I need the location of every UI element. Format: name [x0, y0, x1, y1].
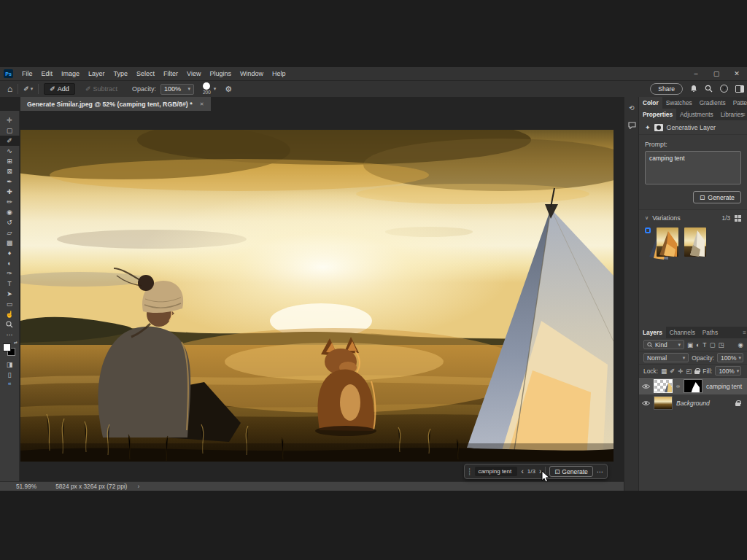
opacity-dropdown[interactable]: 100% ▾	[160, 84, 194, 95]
maximize-button[interactable]: ▢	[706, 70, 727, 77]
tab-channels[interactable]: Channels	[666, 327, 699, 338]
blend-mode-dropdown[interactable]: Normal ▾	[643, 353, 689, 362]
tab-paths[interactable]: Paths	[699, 327, 721, 338]
layer-row-camping-tent[interactable]: ∞ camping tent	[639, 378, 747, 394]
panel-menu-icon[interactable]: ≡	[742, 112, 746, 118]
lock-position-icon[interactable]: ✛	[678, 368, 683, 375]
layer-mask-thumbnail[interactable]	[684, 379, 703, 393]
history-panel-icon[interactable]: ⟲	[624, 101, 639, 114]
brush-size-picker[interactable]: 200	[203, 82, 211, 96]
eyedropper-tool[interactable]: ✒	[0, 176, 20, 187]
search-icon[interactable]	[705, 85, 713, 93]
gear-icon[interactable]: ⚙	[225, 85, 232, 94]
mask-link-icon[interactable]: ∞	[676, 384, 680, 389]
menu-plugins[interactable]: Plugins	[205, 67, 236, 80]
tab-layers[interactable]: Layers	[639, 327, 666, 338]
filter-group-icon[interactable]: ▢	[709, 341, 715, 349]
crop-tool[interactable]: ⊞	[0, 156, 20, 166]
move-tool[interactable]: ✛	[0, 115, 20, 125]
filter-type-icon[interactable]: T	[703, 341, 706, 349]
zoom-level-field[interactable]: 51.99%	[16, 483, 36, 490]
menu-filter[interactable]: Filter	[159, 67, 182, 80]
color-swatches[interactable]: ⇄	[3, 343, 16, 357]
canvas-photo[interactable]	[20, 130, 614, 462]
tab-adjustments[interactable]: Adjustments	[676, 109, 717, 120]
taskbar-generate-button[interactable]: ⊡ Generate	[549, 466, 593, 477]
visibility-eye-icon[interactable]	[642, 384, 650, 389]
filter-toggle-icon[interactable]: ◉	[738, 341, 743, 349]
eraser-tool[interactable]: ▱	[0, 228, 20, 238]
layer-filter-dropdown[interactable]: Kind ▾	[643, 340, 684, 349]
tab-color[interactable]: Color	[639, 97, 662, 109]
filter-smart-object-icon[interactable]: ◳	[718, 341, 724, 349]
type-tool[interactable]: T	[0, 279, 20, 289]
status-chevron-icon[interactable]: ›	[137, 483, 139, 490]
layer-name[interactable]: camping tent	[706, 383, 742, 390]
variation-thumb-2[interactable]	[657, 228, 678, 257]
notifications-bell-icon[interactable]	[690, 85, 697, 93]
visibility-eye-icon[interactable]	[642, 400, 650, 406]
previous-variation-button[interactable]: ‹	[521, 468, 523, 475]
drag-handle-icon[interactable]: ┆	[468, 468, 471, 475]
comments-panel-icon[interactable]	[624, 119, 639, 132]
menu-image[interactable]: Image	[57, 67, 84, 80]
variation-thumb-selected[interactable]	[645, 228, 651, 233]
menu-layer[interactable]: Layer	[84, 67, 109, 80]
tab-gradients[interactable]: Gradients	[696, 97, 729, 109]
tool-preset-picker[interactable]: ✐ ▾	[23, 85, 33, 93]
prompt-input[interactable]: camping tent	[645, 151, 741, 184]
minimize-button[interactable]: –	[686, 70, 706, 77]
tab-swatches[interactable]: Swatches	[662, 97, 696, 109]
panel-menu-icon[interactable]: ≡	[742, 100, 746, 106]
more-options-icon[interactable]: ⋯	[597, 468, 604, 475]
lock-artboard-icon[interactable]: ◰	[686, 368, 692, 375]
menu-type[interactable]: Type	[109, 67, 133, 80]
lock-paint-icon[interactable]: ✐	[670, 368, 675, 375]
lock-transparent-icon[interactable]: ▦	[661, 368, 667, 375]
frame-tool[interactable]: ⊠	[0, 166, 20, 176]
hand-tool[interactable]: ☝	[0, 309, 20, 319]
share-button[interactable]: Share	[650, 83, 683, 95]
document-tab[interactable]: Generate Similar.jpeg @ 52% (camping ten…	[20, 97, 211, 111]
pen-tool[interactable]: ✑	[0, 268, 20, 279]
brush-tool[interactable]: ✏	[0, 197, 20, 207]
path-selection-tool[interactable]: ➤	[0, 289, 20, 299]
grid-view-icon[interactable]	[735, 215, 741, 222]
quick-mask-toggle[interactable]: ◨	[0, 359, 20, 370]
fill-dropdown[interactable]: 100% ▾	[715, 366, 741, 376]
foreground-color-swatch[interactable]	[3, 343, 11, 351]
panel-menu-icon[interactable]: ≡	[743, 330, 746, 336]
spot-healing-tool[interactable]: ✚	[0, 187, 20, 197]
selection-brush-tool[interactable]: ✐	[0, 136, 20, 146]
zoom-tool[interactable]	[0, 319, 20, 330]
menu-help[interactable]: Help	[268, 67, 290, 80]
layer-name[interactable]: Background	[676, 400, 710, 407]
tab-close-icon[interactable]: ✕	[200, 101, 204, 107]
tab-properties[interactable]: Properties	[639, 109, 676, 120]
feedback-icon[interactable]: ❝	[0, 380, 20, 390]
edit-toolbar-more[interactable]: ⋯	[0, 330, 20, 340]
close-button[interactable]: ✕	[727, 70, 747, 77]
lasso-tool[interactable]: ∿	[0, 146, 20, 156]
generate-button[interactable]: ⊡ Generate	[693, 191, 741, 203]
menu-window[interactable]: Window	[236, 67, 268, 80]
subtract-selection-button[interactable]: ✐ Subtract	[81, 84, 122, 94]
swap-colors-icon[interactable]: ⇄	[14, 340, 18, 345]
chevron-down-icon[interactable]: ∨	[645, 215, 649, 221]
dodge-tool[interactable]: ◐	[0, 258, 20, 268]
rectangle-tool[interactable]: ▭	[0, 299, 20, 309]
add-selection-button[interactable]: ✐ Add	[44, 83, 75, 95]
blur-tool[interactable]: ♦	[0, 248, 20, 258]
screen-mode-toggle[interactable]: ▯	[0, 370, 20, 380]
layer-row-background[interactable]: Background	[639, 394, 747, 411]
taskbar-prompt-input[interactable]: camping tent	[475, 467, 517, 476]
layer-thumbnail[interactable]	[654, 396, 673, 410]
filter-image-icon[interactable]: ▣	[687, 341, 693, 349]
marquee-tool[interactable]: ▢	[0, 125, 20, 136]
layer-opacity-dropdown[interactable]: 100% ▾	[717, 353, 743, 362]
menu-select[interactable]: Select	[132, 67, 159, 80]
menu-edit[interactable]: Edit	[37, 67, 58, 80]
lock-all-icon[interactable]	[694, 368, 700, 374]
gradient-tool[interactable]: ▩	[0, 238, 20, 248]
canvas-area[interactable]	[20, 111, 624, 481]
